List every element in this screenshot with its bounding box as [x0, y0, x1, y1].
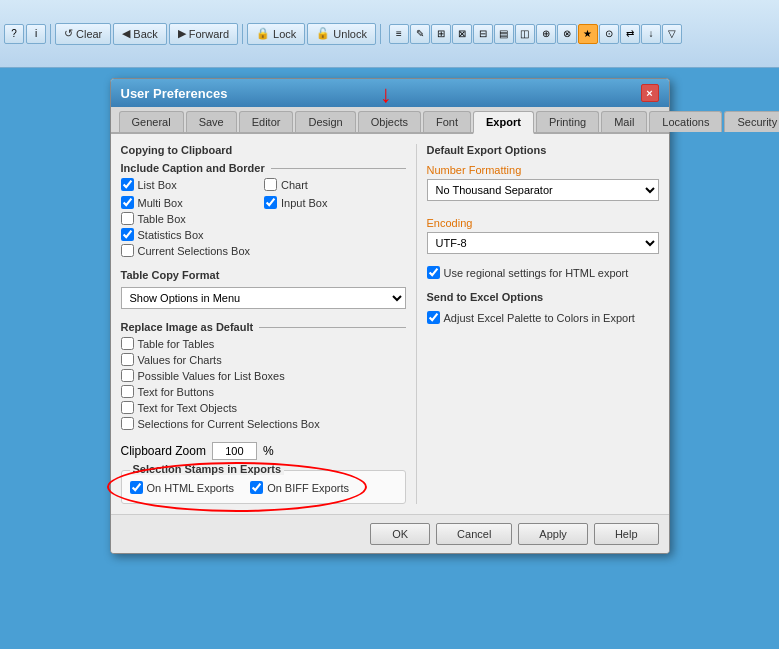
values-for-charts-row: Values for Charts — [121, 353, 406, 366]
statistics-box-checkbox[interactable] — [121, 228, 134, 241]
table-copy-title: Table Copy Format — [121, 269, 406, 281]
table-for-tables-checkbox[interactable] — [121, 337, 134, 350]
replace-image-section: Replace Image as Default Table for Table… — [121, 321, 406, 430]
info-icon[interactable]: i — [26, 24, 46, 44]
possible-values-row: Possible Values for List Boxes — [121, 369, 406, 382]
lock-icon: 🔒 — [256, 27, 270, 40]
help-button[interactable]: Help — [594, 523, 659, 545]
table-copy-dropdown[interactable]: Show Options in Menu — [121, 287, 406, 309]
dialog-close-button[interactable]: × — [641, 84, 659, 102]
clear-button[interactable]: ↺ Clear — [55, 23, 111, 45]
tb-icon-10[interactable]: ⊙ — [599, 24, 619, 44]
help-icon[interactable]: ? — [4, 24, 24, 44]
on-html-exports-label: On HTML Exports — [147, 482, 235, 494]
tb-icon-11[interactable]: ⇄ — [620, 24, 640, 44]
text-for-buttons-row: Text for Buttons — [121, 385, 406, 398]
statistics-box-label: Statistics Box — [138, 229, 204, 241]
separator-3 — [380, 24, 381, 44]
tab-export[interactable]: Export — [473, 111, 534, 134]
stamps-section-label: Selection Stamps in Exports — [130, 463, 285, 475]
input-box-row: Input Box — [264, 196, 406, 209]
send-excel-title: Send to Excel Options — [427, 291, 659, 303]
selections-for-current-row: Selections for Current Selections Box — [121, 417, 406, 430]
text-for-text-objects-row: Text for Text Objects — [121, 401, 406, 414]
toolbar: ? i ↺ Clear ◀ Back ▶ Forward 🔒 Lock 🔓 Un… — [0, 0, 779, 68]
unlock-icon: 🔓 — [316, 27, 330, 40]
tabs-row: General Save Editor Design Objects Font … — [111, 107, 669, 134]
apply-button[interactable]: Apply — [518, 523, 588, 545]
tab-save[interactable]: Save — [186, 111, 237, 132]
clipboard-zoom-input[interactable] — [212, 442, 257, 460]
include-caption-header: Include Caption and Border — [121, 162, 406, 174]
selections-for-current-checkbox[interactable] — [121, 417, 134, 430]
current-selections-checkbox[interactable] — [121, 244, 134, 257]
chart-checkbox[interactable] — [264, 178, 277, 191]
tb-icon-6[interactable]: ▤ — [494, 24, 514, 44]
tb-icon-3[interactable]: ⊞ — [431, 24, 451, 44]
tab-editor[interactable]: Editor — [239, 111, 294, 132]
encoding-label: Encoding — [427, 217, 659, 229]
dialog-overlay: ↓ User Preferences × General Save Editor… — [0, 68, 779, 649]
multi-box-checkbox[interactable] — [121, 196, 134, 209]
unlock-button[interactable]: 🔓 Unlock — [307, 23, 376, 45]
adjust-excel-palette-label: Adjust Excel Palette to Colors in Export — [444, 312, 635, 324]
chart-label: Chart — [281, 179, 308, 191]
icon-group: ≡ ✎ ⊞ ⊠ ⊟ ▤ ◫ ⊕ ⊗ ★ ⊙ ⇄ ↓ ▽ — [389, 24, 682, 44]
replace-image-header: Replace Image as Default — [121, 321, 406, 333]
text-for-buttons-checkbox[interactable] — [121, 385, 134, 398]
on-biff-exports-row: On BIFF Exports — [250, 481, 349, 494]
tb-icon-8[interactable]: ⊕ — [536, 24, 556, 44]
adjust-excel-palette-row: Adjust Excel Palette to Colors in Export — [427, 311, 659, 324]
tab-printing[interactable]: Printing — [536, 111, 599, 132]
number-format-dropdown[interactable]: No Thousand Separator — [427, 179, 659, 201]
tab-security[interactable]: Security — [724, 111, 779, 132]
toolbar-buttons: ? i ↺ Clear ◀ Back ▶ Forward 🔒 Lock 🔓 Un… — [4, 23, 775, 45]
encoding-dropdown[interactable]: UTF-8 — [427, 232, 659, 254]
on-biff-exports-checkbox[interactable] — [250, 481, 263, 494]
back-button[interactable]: ◀ Back — [113, 23, 166, 45]
tb-icon-1[interactable]: ≡ — [389, 24, 409, 44]
ok-button[interactable]: OK — [370, 523, 430, 545]
list-box-row: List Box — [121, 178, 263, 191]
separator-1 — [50, 24, 51, 44]
tab-general[interactable]: General — [119, 111, 184, 132]
tb-icon-12[interactable]: ↓ — [641, 24, 661, 44]
tab-mail[interactable]: Mail — [601, 111, 647, 132]
multi-box-row: Multi Box — [121, 196, 263, 209]
on-html-exports-checkbox[interactable] — [130, 481, 143, 494]
dialog-title: User Preferences — [121, 86, 228, 101]
tb-icon-4[interactable]: ⊠ — [452, 24, 472, 44]
regional-settings-row: Use regional settings for HTML export — [427, 266, 659, 279]
current-selections-label: Current Selections Box — [138, 245, 251, 257]
right-panel: Default Export Options Number Formatting… — [416, 144, 659, 504]
possible-values-checkbox[interactable] — [121, 369, 134, 382]
text-for-text-objects-checkbox[interactable] — [121, 401, 134, 414]
list-box-checkbox[interactable] — [121, 178, 134, 191]
tb-icon-active[interactable]: ★ — [578, 24, 598, 44]
tb-icon-13[interactable]: ▽ — [662, 24, 682, 44]
input-box-checkbox[interactable] — [264, 196, 277, 209]
list-box-label: List Box — [138, 179, 177, 191]
cancel-button[interactable]: Cancel — [436, 523, 512, 545]
tab-design[interactable]: Design — [295, 111, 355, 132]
tab-objects[interactable]: Objects — [358, 111, 421, 132]
statistics-box-row: Statistics Box — [121, 228, 406, 241]
clipboard-zoom-row: Clipboard Zoom % — [121, 442, 406, 460]
lock-button[interactable]: 🔒 Lock — [247, 23, 305, 45]
adjust-excel-palette-checkbox[interactable] — [427, 311, 440, 324]
table-box-row: Table Box — [121, 212, 406, 225]
tab-font[interactable]: Font — [423, 111, 471, 132]
tb-icon-2[interactable]: ✎ — [410, 24, 430, 44]
tb-icon-7[interactable]: ◫ — [515, 24, 535, 44]
forward-button[interactable]: ▶ Forward — [169, 23, 238, 45]
table-for-tables-row: Table for Tables — [121, 337, 406, 350]
default-export-title: Default Export Options — [427, 144, 659, 156]
tb-icon-5[interactable]: ⊟ — [473, 24, 493, 44]
tab-locations[interactable]: Locations — [649, 111, 722, 132]
tb-icon-9[interactable]: ⊗ — [557, 24, 577, 44]
dialog-footer: OK Cancel Apply Help — [111, 514, 669, 553]
values-for-charts-checkbox[interactable] — [121, 353, 134, 366]
table-box-checkbox[interactable] — [121, 212, 134, 225]
regional-settings-checkbox[interactable] — [427, 266, 440, 279]
separator-2 — [242, 24, 243, 44]
